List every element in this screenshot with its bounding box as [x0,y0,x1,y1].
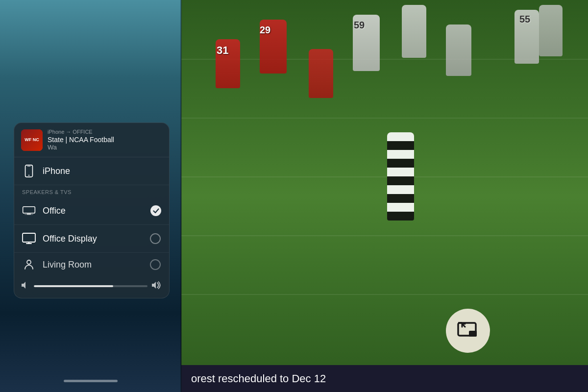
iphone-label: iPhone [43,166,149,176]
now-playing-title: State | NCAA Football [48,136,162,144]
office-display-label: Office Display [43,234,149,244]
living-room-check [149,259,161,270]
volume-fill [34,285,113,287]
routing-label: iPhone → OFFICE [48,129,162,135]
airplay-icon [455,318,481,343]
appletv-icon [22,204,36,218]
football-field: 31 29 59 55 orest rescheduled to Dec 12 [181,0,588,392]
svg-marker-14 [22,282,25,289]
svg-marker-15 [152,282,156,289]
ticker-bar: orest rescheduled to Dec 12 [181,365,588,392]
section-label: SPEAKERS & TVs [14,185,169,197]
iphone-icon [22,164,36,178]
office-label: Office [43,206,150,216]
volume-row [14,276,169,298]
svg-rect-10 [23,233,35,242]
player-number-31: 31 [217,44,228,57]
svg-rect-9 [24,214,33,215]
device-section: iPhone SPEAKERS & TVs Office [14,157,169,276]
svg-rect-1 [469,331,477,337]
airplay-card: WF NC iPhone → OFFICE State | NCAA Footb… [14,122,170,298]
app-thumbnail: WF NC [21,129,43,151]
logo-text: WF NC [24,138,39,143]
airplay-button[interactable] [446,309,490,353]
svg-rect-7 [23,207,35,213]
player-number-55: 55 [519,14,530,25]
device-iphone[interactable]: iPhone [14,157,169,185]
player-number-59: 59 [354,20,365,31]
ticker-text: orest rescheduled to Dec 12 [191,372,326,385]
iphone-check [149,165,161,177]
panel-divider [180,0,182,392]
living-room-label: Living Room [43,260,149,270]
now-playing-info: iPhone → OFFICE State | NCAA Football Wa [48,129,162,151]
device-office[interactable]: Office [14,197,169,225]
office-display-check [149,233,161,245]
person-icon [22,258,36,271]
svg-point-5 [28,174,30,176]
player-number-29: 29 [260,24,270,36]
volume-high-icon [151,281,162,291]
now-playing-subtitle: Wa [48,144,162,151]
volume-low-icon [21,281,30,291]
monitor-icon [22,232,36,245]
volume-slider[interactable] [34,285,147,287]
now-playing-header: WF NC iPhone → OFFICE State | NCAA Footb… [14,123,169,157]
svg-point-13 [27,260,31,264]
home-indicator [64,380,118,382]
office-check [150,205,161,216]
device-office-display[interactable]: Office Display [14,225,169,253]
field-background: 31 29 59 55 [181,0,588,392]
device-living-room[interactable]: Living Room [14,253,169,276]
